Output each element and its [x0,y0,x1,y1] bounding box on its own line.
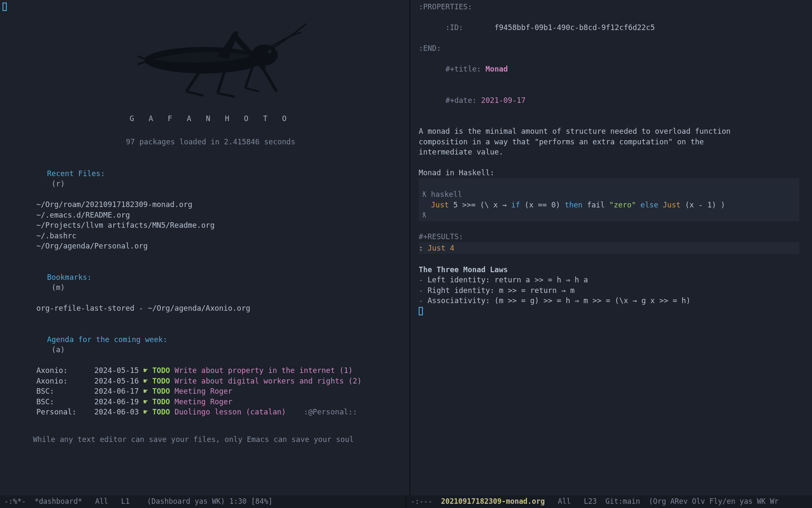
haskell-intro: Monad in Haskell: [419,168,799,178]
bookmark-item[interactable]: org-refile-last-stored - ~/Org/agenda/Ax… [36,303,401,314]
recent-file-item[interactable]: ~/.emacs.d/README.org [36,210,401,221]
recent-file-item[interactable]: ~/Org/agenda/Personal.org [36,241,401,251]
modeline-left: -:%*- *dashboard* All L1 (Dashboard yas … [0,497,406,507]
modeline-right: -:--- 20210917182309-monad.org All L23 G… [406,497,812,507]
document-pane[interactable]: :PROPERTIES: :ID: f9458bbf-09b1-490c-b8c… [410,0,812,495]
cursor-icon [419,307,423,315]
brand-title: G A F A N H O T O [20,113,401,124]
agenda-item[interactable]: BSC: 2024-06-19 ☛ TODO Meeting Roger [36,397,401,407]
bookmarks-key: (m) [52,283,65,292]
modeline: -:%*- *dashboard* All L1 (Dashboard yas … [0,495,812,508]
id-line: :ID: f9458bbf-09b1-490c-b8cd-9f12cf6d22c… [419,12,799,44]
code-block: ƛ haskell Just 5 >>= (\ x → if (x == 0) … [419,178,799,221]
results-value: : Just 4 [419,242,799,254]
agenda-item[interactable]: Axonio: 2024-05-16 ☛ TODO Write about di… [36,376,401,387]
end-drawer: :END: [419,43,799,54]
logo-icon [113,6,308,108]
date-line: #+date: 2021-09-17 [419,85,799,116]
law-item: - Right identity: m >> = return ⇒ m [419,285,799,296]
recent-file-item[interactable]: ~/.bashrc [36,231,401,241]
cursor-icon [3,3,7,11]
title-line: #+title: Monad [419,54,799,85]
recent-files-heading: Recent Files: [47,169,105,178]
recent-file-item[interactable]: ~/Org/roam/20210917182309-monad.org [36,199,401,210]
results-kw: #+RESULTS: [419,232,799,242]
recent-file-item[interactable]: ~/Projects/llvm artifacts/MN5/Readme.org [36,220,401,231]
agenda-item[interactable]: BSC: 2024-06-17 ☛ TODO Meeting Roger [36,386,401,397]
packages-status: 97 packages loaded in 2.415846 seconds [20,137,401,147]
agenda-list: Axonio: 2024-05-15 ☛ TODO Write about pr… [20,365,401,417]
agenda-heading: Agenda for the coming week: [47,335,167,344]
law-item: - Left identity: return a >> = h ⇒ h a [419,275,799,285]
laws-heading: The Three Monad Laws [419,265,799,275]
properties-drawer: :PROPERTIES: [419,2,799,12]
law-item: - Associativity: (m >> = g) >> = h ⇒ m >… [419,295,799,306]
svg-point-2 [268,50,272,53]
agenda-item[interactable]: Personal: 2024-06-03 ☛ TODO Duolingo les… [36,407,401,417]
agenda-item[interactable]: Axonio: 2024-05-15 ☛ TODO Write about pr… [36,365,401,376]
footer-quote: While any text editor can save your file… [20,434,401,445]
recent-files-key [47,179,52,188]
agenda-key: (a) [52,345,65,354]
bookmarks-heading: Bookmarks: [47,273,91,282]
dashboard-pane: G A F A N H O T O 97 packages loaded in … [0,0,409,495]
paragraph: A monad is the minimal amount of structu… [419,126,740,157]
